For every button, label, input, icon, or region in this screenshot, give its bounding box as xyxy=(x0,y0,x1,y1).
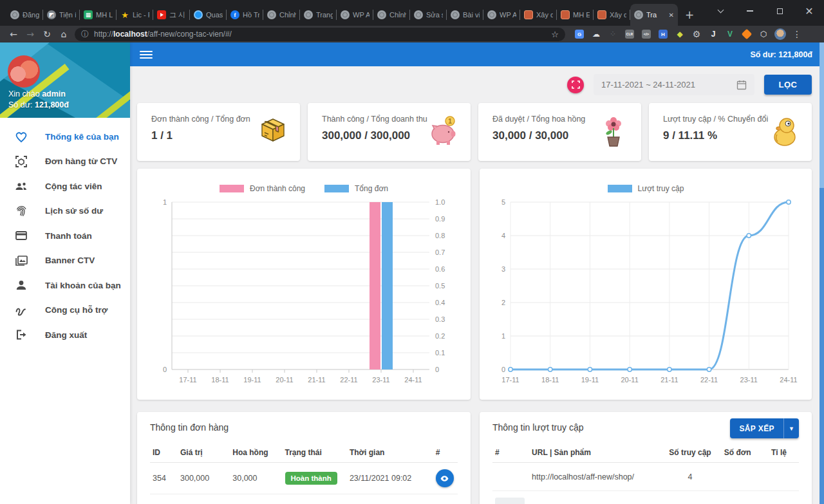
date-range-value: 17-11-2021 ~ 24-11-2021 xyxy=(601,80,695,89)
page-info-icon[interactable]: ⓘ xyxy=(81,29,89,40)
url-scheme: http:// xyxy=(94,30,113,39)
browser-tab[interactable]: Tra✕ xyxy=(630,4,678,26)
column-header: ID xyxy=(150,443,178,463)
sidebar-item-c-ng-t-c-vi-n[interactable]: Cộng tác viên xyxy=(0,174,130,199)
banner-image-icon xyxy=(14,254,28,268)
browser-tab[interactable]: ◩Tiện í xyxy=(43,4,80,26)
bar-Tổng đơn xyxy=(382,202,393,369)
stat-card: Đơn thành công / Tổng đơn1 / 1 xyxy=(137,103,300,161)
extensions-puzzle-icon[interactable]: ⬡ xyxy=(756,27,771,41)
clr-icon[interactable]: CLR xyxy=(622,27,637,41)
visit-url-cell xyxy=(529,491,664,504)
legend-item[interactable]: Tổng đơn xyxy=(324,184,388,193)
balance-label: Số dư: xyxy=(8,100,33,109)
browser-tab[interactable]: Chỉnh xyxy=(373,4,410,26)
svg-text:1.0: 1.0 xyxy=(435,198,445,206)
browser-tab[interactable]: Xây d xyxy=(520,4,557,26)
orders-bar-chart: 00.10.20.30.40.50.60.70.80.91.01017-1118… xyxy=(150,197,458,390)
tab-close-icon[interactable]: ✕ xyxy=(669,12,674,19)
globe-favicon-icon xyxy=(10,10,19,19)
youtube-favicon-icon xyxy=(157,10,166,19)
home-icon[interactable]: ⌂ xyxy=(55,29,72,39)
browser-tab[interactable]: Bài vi xyxy=(447,4,483,26)
cloud-icon[interactable]: ☁ xyxy=(588,27,604,41)
maximize-icon[interactable] xyxy=(765,0,794,22)
visit-count-cell: 4 xyxy=(664,463,716,491)
sidebar-item-c-ng-c-h-tr-[interactable]: Công cụ hỗ trợ xyxy=(0,298,130,323)
bar-Đơn thành công xyxy=(370,202,380,369)
legend-item[interactable]: Lượt truy cập xyxy=(608,184,684,193)
sidebar-item-label: Lịch sử số dư xyxy=(45,206,103,216)
date-range-input[interactable]: 17-11-2021 ~ 24-11-2021 xyxy=(594,74,754,95)
sidebar-item-th-ng-k-c-a-b-n[interactable]: Thống kê của bạn xyxy=(0,124,130,149)
svg-text:0.5: 0.5 xyxy=(435,282,445,290)
browser-tab[interactable]: Sửa s xyxy=(410,4,447,26)
legend-item[interactable]: Đơn thành công xyxy=(220,184,305,193)
profile-avatar[interactable] xyxy=(772,27,788,41)
reload-icon[interactable]: ↻ xyxy=(39,29,55,39)
column-header: Trạng thái xyxy=(283,443,347,463)
close-icon[interactable]: ✕ xyxy=(794,0,824,22)
browser-tab[interactable]: ▦MH L xyxy=(80,4,117,26)
forward-icon[interactable]: → xyxy=(22,29,39,39)
sort-button[interactable]: SẮP XẾP xyxy=(730,418,783,438)
gear-icon[interactable]: ⚙ xyxy=(689,27,704,41)
browser-tab[interactable]: WP A xyxy=(337,4,373,26)
order-commission-cell: 30,000 xyxy=(230,463,282,494)
page-scrollbar[interactable] xyxy=(819,42,824,504)
orders-table-title: Thông tin đơn hàng xyxy=(150,422,458,433)
tab-search-chevron-icon[interactable] xyxy=(706,0,735,22)
minimize-icon[interactable] xyxy=(735,0,765,22)
filter-button[interactable]: LỌC xyxy=(764,75,812,95)
gem-icon[interactable]: ◆ xyxy=(672,27,688,41)
browser-tab[interactable]: Chỉnh xyxy=(263,4,300,26)
code-icon[interactable]: </> xyxy=(639,27,654,41)
tab-title: Sửa s xyxy=(426,11,443,19)
crop-free-icon[interactable] xyxy=(567,77,584,93)
browser-tab[interactable]: WP A xyxy=(483,4,520,26)
metamask-fox-icon[interactable] xyxy=(739,27,754,41)
sidebar-item--n-h-ng-t-ctv[interactable]: Đơn hàng từ CTV xyxy=(0,149,130,174)
sidebar-item-label: Đơn hàng từ CTV xyxy=(45,156,117,166)
column-header: URL | Sản phẩm xyxy=(529,443,664,463)
tab-title: Đăng xyxy=(23,11,39,19)
username: admin xyxy=(42,89,66,98)
green-check-icon[interactable]: V xyxy=(722,27,738,41)
sidebar-item--ng-xu-t[interactable]: Đăng xuất xyxy=(0,322,130,348)
sidebar-item-banner-ctv[interactable]: Banner CTV xyxy=(0,248,130,274)
sidebar-item-t-i-kho-n-c-a-b-n[interactable]: Tài khoản của bạn xyxy=(0,273,130,298)
back-icon[interactable]: ← xyxy=(5,29,22,39)
browser-tab[interactable]: Xây d xyxy=(594,4,630,26)
bookmark-star-icon[interactable]: ☆ xyxy=(551,30,559,39)
globe-favicon-icon xyxy=(451,10,460,19)
browser-tab[interactable]: ★Lic - P xyxy=(117,4,153,26)
browser-tab[interactable]: Trang xyxy=(300,4,337,26)
blue-h-icon[interactable]: H xyxy=(655,27,671,41)
scrollbar-thumb[interactable] xyxy=(819,42,824,188)
svg-text:18-11: 18-11 xyxy=(211,376,229,384)
sidebar-item-thanh-to-n[interactable]: Thanh toán xyxy=(0,223,130,248)
browser-tab[interactable]: MH E xyxy=(557,4,594,26)
svg-text:22-11: 22-11 xyxy=(340,376,357,384)
browser-menu-icon[interactable]: ⋮ xyxy=(789,27,805,41)
translate-icon[interactable]: G xyxy=(572,27,587,41)
browser-tab[interactable]: Quasa xyxy=(190,4,227,26)
sidebar-item-label: Banner CTV xyxy=(45,256,95,265)
new-tab-button[interactable]: + xyxy=(680,6,698,24)
hamburger-menu-icon[interactable] xyxy=(140,49,153,61)
app-viewport: Xin chào admin Số dư: 121,800đ Thống kê … xyxy=(0,42,824,504)
piggy-bank-icon: 1 xyxy=(426,113,462,151)
browser-tab[interactable]: 그 시 xyxy=(153,4,190,26)
sidebar-item-l-ch-s-s-d-[interactable]: Lịch sử số dư xyxy=(0,199,130,224)
screenshot-dots-icon[interactable]: ⁘ xyxy=(605,27,621,41)
sidebar-greeting: Xin chào admin Số dư: 121,800đ xyxy=(8,89,69,111)
sort-caret-icon[interactable]: ▼ xyxy=(783,418,799,438)
view-order-button[interactable] xyxy=(436,469,454,487)
svg-text:21-11: 21-11 xyxy=(660,376,678,384)
browser-tab[interactable]: Đăng xyxy=(6,4,43,26)
fingerprint-icon xyxy=(14,204,28,218)
browser-tab[interactable]: fHồ Tr xyxy=(227,4,263,26)
column-header: Thời gian xyxy=(347,443,433,463)
json-viewer-icon[interactable]: J xyxy=(706,27,721,41)
address-bar[interactable]: ⓘ http://localhost/aff-new/cong-tac-vien… xyxy=(75,28,565,41)
